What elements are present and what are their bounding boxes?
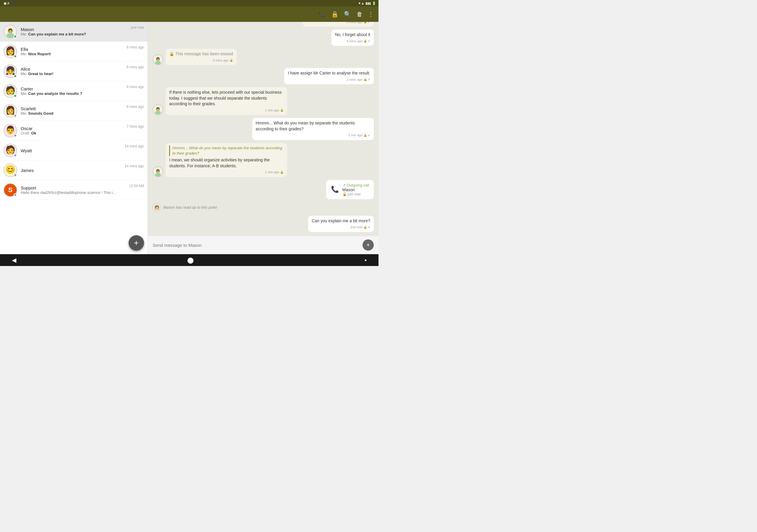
msg-meta: just now 🔒✓ (312, 225, 370, 229)
lock-icon: 🔒 (363, 225, 367, 229)
contact-name-scarlett: Scarlett (21, 106, 124, 111)
check-icon: ✓ (368, 22, 370, 24)
contact-name-ella: Ella (21, 47, 124, 52)
msg-bubble-m3: No, I forget about it 4 mins ago 🔒✓ (331, 30, 374, 46)
msg-text: No, I forget about it (335, 32, 370, 38)
contact-info-support: Support Hello there dad2h5rz@testadillop… (21, 185, 127, 195)
contact-item-scarlett[interactable]: 👩 Scarlett Me: Sounds Good 6 mins ago (0, 101, 148, 121)
contact-preview-oscar: Draft: Ok (21, 131, 124, 135)
status-dot-james (14, 173, 17, 177)
back-button[interactable]: ◀ (12, 256, 16, 264)
contact-item-oscar[interactable]: 👨 Oscar Draft: Ok 7 mins ago (0, 121, 148, 141)
contact-item-support[interactable]: S Support Hello there dad2h5rz@testadill… (0, 180, 148, 200)
msg-time: 3 mins ago (213, 58, 228, 63)
lock-button[interactable]: 🔒 (331, 11, 339, 18)
contact-item-carter[interactable]: 🧑 Carter Me: Can you analyze the results… (0, 81, 148, 101)
contact-name-alice: Alice (21, 67, 124, 72)
status-icons: ▣ A ⬛ (4, 1, 14, 5)
app-bar: 📞 🔒 🔍 🗑 ⋮ (0, 7, 378, 22)
contact-time-scarlett: 6 mins ago (127, 104, 144, 109)
phone-button[interactable]: 📞 (318, 11, 326, 18)
svg-text:😊: 😊 (5, 164, 16, 174)
contact-info-ella: Ella Me: Nice Report! (21, 47, 124, 56)
avatar-wrap-oscar: 👨 (4, 124, 17, 137)
contact-item-wyatt[interactable]: 🧑 Wyatt 14 mins ago (0, 141, 148, 161)
msg-bubble-m4: 🔒 This message has been erased 3 mins ag… (166, 49, 237, 65)
read-receipt-text: Mason has read up to this point (163, 205, 217, 210)
message-input[interactable] (153, 243, 360, 248)
search-button[interactable]: 🔍 (344, 11, 351, 18)
svg-text:👩: 👩 (5, 105, 16, 115)
msg-meta: 1 min ago 🔒 (169, 170, 284, 174)
contact-time-oscar: 7 mins ago (127, 124, 144, 129)
more-button[interactable]: ⋮ (368, 11, 374, 18)
call-time: 🔒 just now (343, 192, 369, 196)
msg-bubble-m7: Hmmm... What do you mean by separate the… (252, 118, 374, 140)
status-dot-mason (14, 35, 17, 38)
msg-text: 🔒 This message has been erased (169, 51, 233, 57)
lock-icon: 🔒 (229, 58, 233, 62)
main-layout: 🧑 Mason Me: Can you explain me a bit mor… (0, 22, 378, 254)
contact-info-james: James (21, 168, 122, 173)
svg-text:🧑: 🧑 (156, 107, 160, 111)
svg-text:🧑: 🧑 (5, 145, 16, 155)
svg-text:🧑: 🧑 (8, 28, 13, 33)
msg-row-m3: No, I forget about it 4 mins ago 🔒✓ (153, 30, 374, 46)
msg-meta: 2 mins ago 🔒✓ (288, 77, 370, 82)
contact-name-mason: Mason (21, 27, 129, 32)
home-button[interactable]: ⬤ (187, 256, 194, 264)
status-dot-carter (14, 94, 17, 98)
status-bar-left: ▣ A ⬛ (2, 1, 14, 5)
status-dot-oscar (14, 134, 17, 137)
msg-row-m6: 🧑 If there is nothing else, lets proceed… (153, 87, 374, 115)
contact-name-wyatt: Wyatt (21, 148, 122, 153)
contact-item-mason[interactable]: 🧑 Mason Me: Can you explain me a bit mor… (0, 22, 148, 42)
chat-area: 🔒 This message has been erased 9 mins ag… (148, 22, 378, 254)
contact-preview-support: Hello there dad2h5rz@testadillophone.sci… (21, 190, 127, 195)
contact-preview-alice: Me: Great to hear! (21, 72, 124, 76)
chat-input-area: + (148, 236, 378, 254)
contact-item-alice[interactable]: 👧 Alice Me: Great to hear! 6 mins ago (0, 62, 148, 81)
svg-text:🧑: 🧑 (5, 85, 16, 95)
recents-button[interactable]: ▪ (365, 257, 367, 264)
svg-text:👨: 👨 (5, 125, 16, 135)
msg-row-m11: Can you explain me a bit more? just now … (153, 216, 374, 232)
contact-item-ella[interactable]: 👩 Ella Me: Nice Report! 6 mins ago (0, 42, 148, 62)
msg-meta: 1 min ago 🔒 (169, 108, 284, 113)
msg-row-m5: I have assign Mr Carter to analyse the r… (153, 68, 374, 84)
contact-preview-scarlett: Me: Sounds Good (21, 111, 124, 116)
msg-meta: 4 mins ago 🔒✓ (335, 39, 370, 44)
msg-meta: 3 mins ago 🔒 (169, 58, 233, 63)
msg-row-m2: 🔒 This message has been erased 8 mins ag… (153, 22, 374, 27)
delete-button[interactable]: 🗑 (357, 11, 363, 18)
send-button[interactable]: + (363, 239, 374, 251)
contact-time-ella: 6 mins ago (127, 44, 144, 49)
contact-time-james: 14 mins ago (125, 163, 144, 168)
status-dot-support (14, 193, 17, 196)
contact-item-james[interactable]: 😊 James 14 mins ago (0, 161, 148, 180)
new-chat-fab[interactable]: + (129, 235, 144, 251)
sidebar: 🧑 Mason Me: Can you explain me a bit mor… (0, 22, 148, 254)
lock-icon: 🔒 (363, 133, 367, 137)
avatar-wrap-ella: 👩 (4, 44, 17, 58)
lock-icon: 🔒 (280, 170, 284, 174)
msg-bubble-m5: I have assign Mr Carter to analyse the r… (284, 68, 374, 84)
msg-time: 1 min ago (348, 133, 363, 137)
msg-bubble-m6: If there is nothing else, lets proceed w… (166, 87, 287, 115)
contact-name-support: Support (21, 185, 127, 190)
check-icon: ✓ (368, 39, 370, 43)
msg-time: 8 mins ago (347, 22, 363, 24)
contact-info-oscar: Oscar Draft: Ok (21, 126, 124, 135)
svg-text:👧: 👧 (5, 66, 16, 75)
contact-info-scarlett: Scarlett Me: Sounds Good (21, 106, 124, 116)
call-info: ↗ Outgoing call Mason 🔒 just now (343, 183, 369, 196)
contact-name-oscar: Oscar (21, 126, 124, 131)
avatar-wrap-support: S (4, 183, 17, 197)
lock-icon: 🔒 (363, 77, 367, 81)
call-name: Mason (343, 187, 369, 192)
msg-text: I have assign Mr Carter to analyse the r… (288, 70, 370, 76)
contact-time-support: 12:54 AM (129, 183, 144, 188)
msg-time: 2 mins ago (347, 77, 363, 82)
contact-preview-mason: Me: Can you explain me a bit more? (21, 32, 129, 36)
status-bar: ▣ A ⬛ ▼▲ ▮▮▮ 🔋 (0, 0, 378, 7)
